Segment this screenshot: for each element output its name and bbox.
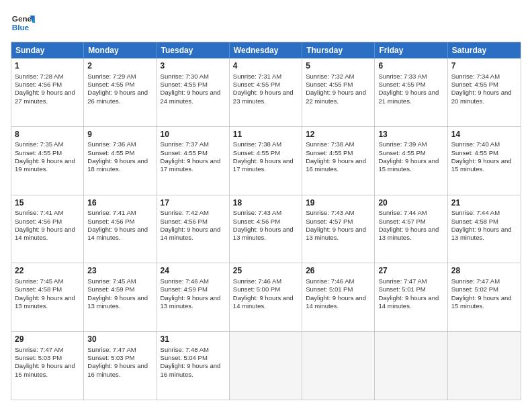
day-number: 3 xyxy=(161,61,226,72)
calendar-row: 22Sunrise: 7:45 AMSunset: 4:58 PMDayligh… xyxy=(11,263,521,331)
sunset-label: Sunset: 4:56 PM xyxy=(15,218,62,225)
day-number: 5 xyxy=(306,61,371,72)
sunrise-label: Sunrise: 7:38 AM xyxy=(233,140,281,148)
calendar-row: 8Sunrise: 7:35 AMSunset: 4:55 PMDaylight… xyxy=(11,126,521,195)
calendar-cell: 6Sunrise: 7:33 AMSunset: 4:55 PMDaylight… xyxy=(375,58,447,126)
sunrise-label: Sunrise: 7:47 AM xyxy=(451,277,500,285)
daylight-label: Daylight: 9 hours and 13 minutes. xyxy=(233,226,294,241)
sunrise-label: Sunrise: 7:46 AM xyxy=(306,277,354,285)
day-header-tuesday: Tuesday xyxy=(157,42,230,58)
day-number: 9 xyxy=(87,130,152,140)
calendar-cell: 14Sunrise: 7:40 AMSunset: 4:55 PMDayligh… xyxy=(448,127,521,195)
day-number: 30 xyxy=(87,334,152,345)
sunrise-label: Sunrise: 7:43 AM xyxy=(233,209,281,216)
daylight-label: Daylight: 9 hours and 15 minutes. xyxy=(451,294,512,310)
calendar-cell: 27Sunrise: 7:47 AMSunset: 5:01 PMDayligh… xyxy=(375,263,447,331)
calendar-cell: 30Sunrise: 7:47 AMSunset: 5:03 PMDayligh… xyxy=(84,332,157,400)
sunset-label: Sunset: 5:03 PM xyxy=(87,354,134,361)
calendar-cell: 17Sunrise: 7:42 AMSunset: 4:56 PMDayligh… xyxy=(157,195,230,263)
day-number: 23 xyxy=(87,266,152,277)
sunset-label: Sunset: 4:55 PM xyxy=(233,149,280,156)
sunrise-label: Sunrise: 7:30 AM xyxy=(161,73,209,80)
calendar-cell: 4Sunrise: 7:31 AMSunset: 4:55 PMDaylight… xyxy=(230,58,302,126)
daylight-label: Daylight: 9 hours and 14 minutes. xyxy=(233,294,294,310)
sunrise-label: Sunrise: 7:40 AM xyxy=(451,140,500,148)
calendar-cell: 28Sunrise: 7:47 AMSunset: 5:02 PMDayligh… xyxy=(448,263,521,331)
calendar-cell xyxy=(448,332,521,400)
sunset-label: Sunset: 4:56 PM xyxy=(233,218,280,225)
sunrise-label: Sunrise: 7:46 AM xyxy=(233,277,281,285)
day-header-friday: Friday xyxy=(375,42,447,58)
calendar-cell: 25Sunrise: 7:46 AMSunset: 5:00 PMDayligh… xyxy=(230,263,302,331)
svg-text:Blue: Blue xyxy=(12,23,30,32)
sunset-label: Sunset: 4:55 PM xyxy=(87,81,134,88)
sunset-label: Sunset: 4:55 PM xyxy=(451,81,498,88)
day-number: 1 xyxy=(15,61,80,72)
sunset-label: Sunset: 4:55 PM xyxy=(378,149,425,156)
calendar-cell: 16Sunrise: 7:41 AMSunset: 4:56 PMDayligh… xyxy=(84,195,157,263)
calendar-row: 29Sunrise: 7:47 AMSunset: 5:03 PMDayligh… xyxy=(11,331,521,400)
calendar-cell: 24Sunrise: 7:46 AMSunset: 4:59 PMDayligh… xyxy=(157,263,230,331)
calendar-cell: 3Sunrise: 7:30 AMSunset: 4:55 PMDaylight… xyxy=(157,58,230,126)
calendar-cell: 13Sunrise: 7:39 AMSunset: 4:55 PMDayligh… xyxy=(375,127,447,195)
calendar-cell: 9Sunrise: 7:36 AMSunset: 4:55 PMDaylight… xyxy=(84,127,157,195)
day-number: 28 xyxy=(451,266,517,277)
sunrise-label: Sunrise: 7:41 AM xyxy=(87,209,136,216)
sunset-label: Sunset: 4:57 PM xyxy=(306,218,353,225)
day-header-monday: Monday xyxy=(84,42,157,58)
day-number: 7 xyxy=(451,61,517,72)
sunset-label: Sunset: 5:01 PM xyxy=(306,285,353,293)
calendar-header: SundayMondayTuesdayWednesdayThursdayFrid… xyxy=(11,42,521,58)
sunrise-label: Sunrise: 7:47 AM xyxy=(15,346,63,353)
daylight-label: Daylight: 9 hours and 16 minutes. xyxy=(161,362,221,377)
daylight-label: Daylight: 9 hours and 16 minutes. xyxy=(87,362,148,377)
sunrise-label: Sunrise: 7:44 AM xyxy=(378,209,427,216)
day-number: 6 xyxy=(378,61,443,72)
sunset-label: Sunset: 4:58 PM xyxy=(15,285,62,293)
sunrise-label: Sunrise: 7:33 AM xyxy=(378,73,427,80)
sunset-label: Sunset: 4:55 PM xyxy=(233,81,280,88)
daylight-label: Daylight: 9 hours and 19 minutes. xyxy=(15,157,75,173)
sunset-label: Sunset: 4:55 PM xyxy=(306,81,353,88)
logo: General Blue xyxy=(11,11,35,35)
sunrise-label: Sunrise: 7:39 AM xyxy=(378,140,427,148)
day-number: 13 xyxy=(378,130,443,140)
day-number: 8 xyxy=(15,130,80,140)
sunrise-label: Sunrise: 7:32 AM xyxy=(306,73,354,80)
sunset-label: Sunset: 5:01 PM xyxy=(378,285,425,293)
sunset-label: Sunset: 4:55 PM xyxy=(306,149,353,156)
day-number: 21 xyxy=(451,198,517,209)
daylight-label: Daylight: 9 hours and 13 minutes. xyxy=(451,226,512,241)
daylight-label: Daylight: 9 hours and 22 minutes. xyxy=(306,89,366,104)
day-header-saturday: Saturday xyxy=(448,42,521,58)
sunrise-label: Sunrise: 7:41 AM xyxy=(15,209,63,216)
daylight-label: Daylight: 9 hours and 18 minutes. xyxy=(87,157,148,173)
day-header-sunday: Sunday xyxy=(11,42,84,58)
sunset-label: Sunset: 4:55 PM xyxy=(451,149,498,156)
calendar-cell: 2Sunrise: 7:29 AMSunset: 4:55 PMDaylight… xyxy=(84,58,157,126)
sunset-label: Sunset: 4:56 PM xyxy=(161,218,208,225)
day-number: 26 xyxy=(306,266,371,277)
day-number: 31 xyxy=(161,334,226,345)
calendar-cell: 12Sunrise: 7:38 AMSunset: 4:55 PMDayligh… xyxy=(302,127,375,195)
sunrise-label: Sunrise: 7:38 AM xyxy=(306,140,354,148)
calendar-cell: 1Sunrise: 7:28 AMSunset: 4:56 PMDaylight… xyxy=(11,58,84,126)
calendar-cell: 10Sunrise: 7:37 AMSunset: 4:55 PMDayligh… xyxy=(157,127,230,195)
sunset-label: Sunset: 4:55 PM xyxy=(161,149,208,156)
calendar-cell xyxy=(375,332,447,400)
day-number: 11 xyxy=(233,130,298,140)
calendar-row: 15Sunrise: 7:41 AMSunset: 4:56 PMDayligh… xyxy=(11,195,521,263)
day-number: 29 xyxy=(15,334,80,345)
sunset-label: Sunset: 5:02 PM xyxy=(451,285,498,293)
sunset-label: Sunset: 4:55 PM xyxy=(161,81,208,88)
day-number: 18 xyxy=(233,198,298,209)
sunset-label: Sunset: 4:56 PM xyxy=(15,81,62,88)
daylight-label: Daylight: 9 hours and 13 minutes. xyxy=(15,294,75,310)
calendar-body: 1Sunrise: 7:28 AMSunset: 4:56 PMDaylight… xyxy=(11,58,521,400)
day-number: 16 xyxy=(87,198,152,209)
daylight-label: Daylight: 9 hours and 15 minutes. xyxy=(15,362,75,377)
daylight-label: Daylight: 9 hours and 13 minutes. xyxy=(378,226,439,241)
sunrise-label: Sunrise: 7:47 AM xyxy=(87,346,136,353)
calendar-cell: 20Sunrise: 7:44 AMSunset: 4:57 PMDayligh… xyxy=(375,195,447,263)
sunset-label: Sunset: 4:56 PM xyxy=(87,218,134,225)
